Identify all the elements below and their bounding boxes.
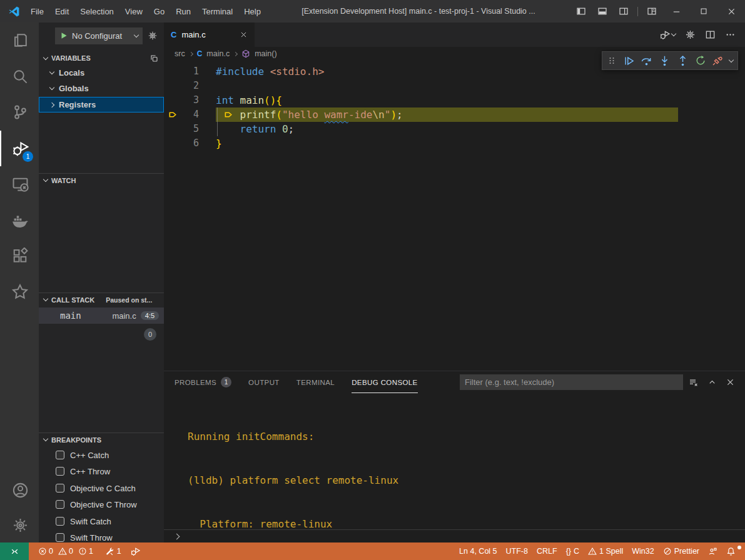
more-actions-icon[interactable] — [725, 29, 736, 40]
activity-favorites[interactable] — [0, 274, 39, 311]
breadcrumb-separator — [189, 51, 193, 56]
checkbox-unchecked[interactable] — [56, 467, 64, 476]
maximize-panel-chevron-up-icon[interactable] — [707, 378, 717, 387]
chevron-down-icon — [43, 177, 48, 182]
problems-status-item[interactable]: 0 0 1 — [34, 542, 101, 560]
breakpoint-cpp-throw[interactable]: C++ Throw — [39, 464, 164, 479]
checkbox-unchecked[interactable] — [56, 484, 64, 492]
checkbox-unchecked[interactable] — [56, 451, 64, 459]
formatter-item[interactable]: Prettier — [659, 547, 704, 556]
breakpoint-objc-throw[interactable]: Objective C Throw — [39, 497, 164, 512]
close-icon — [727, 7, 736, 16]
watch-section-header[interactable]: WATCH — [39, 173, 164, 187]
window-controls — [570, 0, 745, 22]
platform-item[interactable]: Win32 — [627, 547, 658, 556]
debug-console-input[interactable] — [164, 529, 745, 542]
activity-docker[interactable] — [0, 202, 39, 239]
debug-stackframe-arrow-icon[interactable] — [168, 110, 178, 119]
close-window-button[interactable] — [717, 0, 745, 22]
stack-frame-position-badge: 4:5 — [141, 311, 159, 320]
activity-extensions[interactable] — [0, 238, 39, 274]
cursor-position-item[interactable]: Ln 4, Col 5 — [455, 547, 501, 556]
breakpoint-swift-catch[interactable]: Swift Catch — [39, 514, 164, 529]
checkbox-unchecked[interactable] — [56, 500, 64, 509]
tab-problems[interactable]: PROBLEMS 1 — [175, 371, 231, 393]
launch-settings-gear-icon[interactable] — [148, 31, 158, 41]
notifications-item[interactable] — [722, 547, 740, 556]
breakpoint-cpp-catch[interactable]: C++ Catch — [39, 448, 164, 462]
tab-debug-console[interactable]: DEBUG CONSOLE — [352, 371, 418, 393]
stack-frame-row[interactable]: main main.c 4:5 — [39, 308, 164, 324]
launch-configuration-dropdown[interactable]: No Configurat — [55, 28, 143, 44]
maximize-button[interactable] — [690, 0, 717, 22]
encoding-item[interactable]: UTF-8 — [502, 547, 532, 556]
split-editor-icon[interactable] — [705, 29, 716, 40]
debug-toolbar[interactable] — [602, 51, 738, 70]
step-into-button[interactable] — [659, 55, 671, 67]
minimize-button[interactable] — [662, 0, 690, 22]
menu-selection[interactable]: Selection — [74, 0, 119, 22]
checkbox-unchecked[interactable] — [56, 533, 64, 542]
restart-button[interactable] — [695, 55, 706, 66]
checkbox-unchecked[interactable] — [56, 517, 64, 526]
variables-scope-globals[interactable]: Globals — [39, 81, 164, 96]
activity-settings[interactable] — [0, 508, 39, 542]
activity-accounts[interactable] — [0, 472, 39, 508]
tools-status-item[interactable]: 1 — [101, 542, 126, 560]
menu-run[interactable]: Run — [170, 0, 196, 22]
continue-button[interactable] — [623, 55, 635, 67]
language-mode-item[interactable]: {} C — [562, 547, 584, 556]
activity-source-control[interactable] — [0, 94, 39, 131]
menu-view[interactable]: View — [119, 0, 148, 22]
layout-sidebar-right-icon — [619, 6, 629, 16]
code-editor[interactable]: 1 #include <stdio.h> 2 3 int main(){ 4 p… — [164, 61, 745, 371]
layout-panel-icon — [597, 6, 607, 16]
chevron-down-icon — [134, 32, 139, 37]
close-tab-icon[interactable] — [240, 31, 248, 39]
remote-indicator[interactable] — [0, 542, 29, 560]
activity-remote-explorer[interactable] — [0, 166, 39, 202]
customize-layout-button[interactable] — [641, 0, 662, 22]
menu-help[interactable]: Help — [238, 0, 266, 22]
copy-value-icon[interactable] — [150, 54, 159, 63]
clear-console-icon[interactable] — [689, 378, 699, 388]
menu-terminal[interactable]: Terminal — [196, 0, 238, 22]
close-panel-icon[interactable] — [726, 378, 735, 387]
variables-scope-locals[interactable]: Locals — [39, 65, 164, 81]
variables-scope-registers[interactable]: Registers — [39, 97, 164, 112]
tab-main-c[interactable]: C main.c — [164, 22, 255, 47]
activity-explorer[interactable] — [0, 22, 39, 59]
breakpoint-swift-throw[interactable]: Swift Throw — [39, 530, 164, 542]
disconnect-button[interactable] — [712, 55, 723, 66]
step-out-button[interactable] — [677, 55, 689, 67]
tab-terminal[interactable]: TERMINAL — [296, 371, 335, 393]
menu-file[interactable]: File — [25, 0, 49, 22]
spell-checker-item[interactable]: 1 Spell — [584, 547, 627, 556]
menu-edit[interactable]: Edit — [49, 0, 74, 22]
breadcrumb-file[interactable]: main.c — [206, 49, 230, 58]
breakpoints-section-header[interactable]: BREAKPOINTS — [39, 432, 164, 446]
activity-search[interactable] — [0, 59, 39, 95]
chevron-down-icon[interactable] — [729, 57, 734, 62]
breadcrumb-folder[interactable]: src — [175, 49, 185, 58]
debug-status-item[interactable] — [126, 542, 144, 560]
breakpoint-objc-catch[interactable]: Objective C Catch — [39, 481, 164, 496]
call-stack-section-header[interactable]: CALL STACK Paused on st... — [39, 292, 164, 306]
run-or-debug-button[interactable] — [659, 29, 676, 40]
start-debug-play-icon — [59, 31, 68, 40]
scope-label: Globals — [59, 84, 89, 93]
toolbar-drag-handle[interactable] — [607, 56, 617, 66]
breadcrumb-symbol[interactable]: main() — [255, 49, 276, 58]
tab-output[interactable]: OUTPUT — [248, 371, 280, 393]
step-over-button[interactable] — [641, 55, 652, 67]
toggle-sidebar-button[interactable] — [570, 0, 592, 22]
eol-item[interactable]: CRLF — [532, 547, 562, 556]
toggle-secondary-sidebar-button[interactable] — [613, 0, 634, 22]
menu-go[interactable]: Go — [148, 0, 170, 22]
settings-gear-icon[interactable] — [685, 29, 696, 40]
feedback-item[interactable] — [704, 547, 722, 556]
activity-run-and-debug[interactable]: 1 — [0, 131, 39, 167]
toggle-panel-button[interactable] — [592, 0, 613, 22]
variables-section-header[interactable]: VARIABLES — [39, 51, 164, 65]
debug-console-filter-input[interactable] — [460, 374, 683, 390]
